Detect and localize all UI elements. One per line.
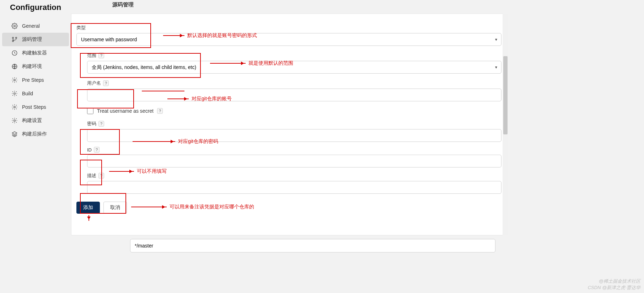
- type-label: 类型: [76, 25, 501, 31]
- help-icon[interactable]: ?: [94, 147, 100, 153]
- panel-scrollbar[interactable]: [503, 14, 508, 235]
- sidebar-item-build[interactable]: Build: [0, 87, 71, 100]
- sidebar-item-label: 构建设置: [22, 117, 42, 124]
- svg-point-6: [14, 79, 16, 81]
- cancel-button[interactable]: 取消: [103, 202, 127, 214]
- id-label: ID ?: [87, 147, 501, 153]
- sidebar-item-scm[interactable]: 源码管理: [2, 33, 69, 46]
- sidebar-item-buildsettings[interactable]: 构建设置: [0, 114, 71, 127]
- sidebar-item-label: Pre Steps: [22, 77, 44, 83]
- sidebar-item-label: Build: [22, 91, 33, 96]
- section-header: 源码管理: [112, 1, 134, 8]
- gear-icon: [11, 104, 18, 110]
- sidebar-item-label: Post Steps: [22, 104, 46, 110]
- bottom-branch-area: [117, 235, 508, 271]
- svg-point-7: [14, 93, 16, 95]
- username-label: 用户名 ?: [87, 80, 501, 86]
- layers-icon: [11, 131, 18, 137]
- field-group-scope: 范围 ? 全局 (Jenkins, nodes, items, all chil…: [87, 52, 501, 74]
- gear-icon: [11, 23, 18, 29]
- svg-point-1: [12, 37, 14, 39]
- password-label: 密码 ?: [87, 121, 501, 127]
- svg-point-0: [14, 25, 16, 27]
- sidebar-item-label: 构建触发器: [22, 50, 47, 56]
- annotation-type: 默认选择的就是账号密码的形式: [163, 32, 257, 39]
- type-select[interactable]: Username with password: [76, 33, 501, 46]
- branch-input[interactable]: [130, 239, 495, 252]
- annotation-down-arrow: [88, 215, 89, 221]
- sidebar-item-presteps[interactable]: Pre Steps: [0, 73, 71, 87]
- globe-icon: [11, 63, 18, 70]
- description-input[interactable]: [87, 181, 501, 194]
- page-title: Configuration: [0, 1, 71, 19]
- help-icon[interactable]: ?: [98, 121, 104, 127]
- scrollbar-thumb[interactable]: [503, 56, 508, 134]
- annotation-password: 对应git仓库的密码: [133, 138, 218, 145]
- annotation-scope: 就是使用默认的范围: [210, 60, 293, 66]
- sidebar-item-postbuild[interactable]: 构建后操作: [0, 127, 71, 141]
- annotation-desc: 可以用来备注该凭据是对应哪个仓库的: [131, 204, 254, 210]
- help-icon[interactable]: ?: [98, 173, 104, 179]
- help-icon[interactable]: ?: [103, 80, 109, 86]
- sidebar-item-label: 构建后操作: [22, 131, 47, 137]
- scope-label: 范围 ?: [87, 52, 501, 59]
- svg-point-8: [14, 106, 16, 108]
- checkbox-label: Treat username as secret: [97, 108, 154, 114]
- help-icon[interactable]: ?: [98, 53, 104, 58]
- sidebar-item-poststeps[interactable]: Post Steps: [0, 100, 71, 114]
- annotation-username: 对应git仓库的账号: [167, 96, 232, 102]
- sidebar-item-label: 构建环境: [22, 63, 42, 70]
- watermark: @稀土掘金技术社区 CSDN @新津之虎·曹达华: [588, 278, 640, 291]
- sidebar-item-label: 源码管理: [22, 36, 42, 43]
- gear-icon: [11, 77, 18, 83]
- annotation-line: [142, 91, 184, 91]
- annotation-id: 可以不用填写: [109, 168, 167, 175]
- id-input[interactable]: [87, 155, 501, 167]
- svg-point-9: [14, 120, 16, 122]
- field-group-type: 类型 Username with password ▾: [76, 25, 501, 46]
- clock-icon: [11, 50, 18, 56]
- gear-icon: [11, 117, 18, 124]
- treat-username-secret-row: Treat username as secret ?: [87, 108, 501, 114]
- scope-select[interactable]: 全局 (Jenkins, nodes, items, all child ite…: [87, 61, 501, 74]
- help-icon[interactable]: ?: [157, 108, 163, 114]
- svg-point-3: [16, 37, 17, 39]
- branch-icon: [11, 36, 18, 43]
- svg-point-2: [12, 41, 14, 42]
- sidebar-item-general[interactable]: General: [0, 19, 71, 33]
- sidebar-item-label: General: [22, 23, 40, 29]
- gear-icon: [11, 90, 18, 97]
- sidebar-item-env[interactable]: 构建环境: [0, 60, 71, 73]
- sidebar-item-triggers[interactable]: 构建触发器: [0, 46, 71, 60]
- sidebar: Configuration General 源码管理 构建触发器 构建环境 Pr…: [0, 0, 71, 141]
- field-group-description: 描述 ?: [87, 172, 501, 194]
- add-button[interactable]: 添加: [76, 202, 100, 214]
- treat-username-secret-checkbox[interactable]: [87, 108, 93, 114]
- field-group-id: ID ?: [87, 147, 501, 167]
- credentials-panel: 类型 Username with password ▾ 范围 ? 全局 (Jen…: [71, 14, 508, 235]
